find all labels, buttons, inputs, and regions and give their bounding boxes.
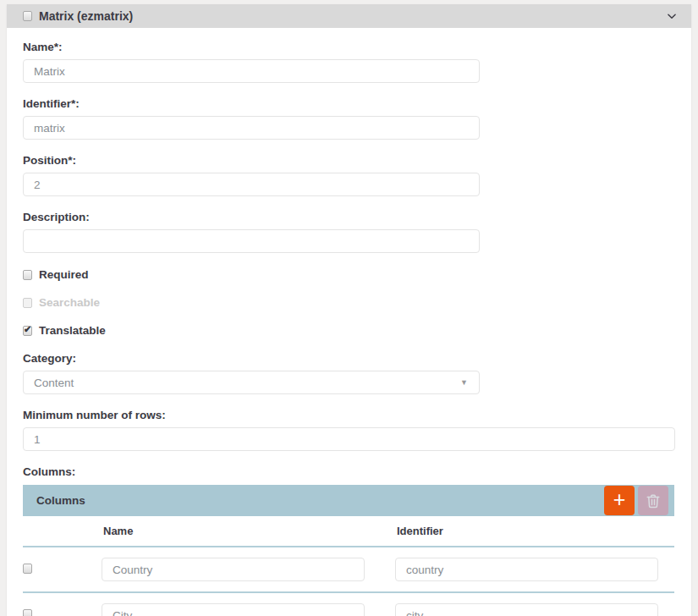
columns-section: Columns: Columns + xyxy=(23,465,675,616)
min-rows-field-group: Minimum number of rows: xyxy=(23,409,675,451)
description-label: Description: xyxy=(23,211,675,223)
position-label: Position*: xyxy=(23,154,675,167)
name-field-group: Name*: xyxy=(23,41,675,83)
translatable-label: Translatable xyxy=(39,324,106,337)
searchable-checkbox-group: Searchable xyxy=(23,296,675,309)
column-name-input[interactable] xyxy=(102,558,365,581)
table-row xyxy=(23,547,674,592)
position-input[interactable] xyxy=(23,173,480,196)
row-select-checkbox[interactable] xyxy=(23,609,32,616)
select-dropdown-arrow-icon: ▼ xyxy=(460,378,468,387)
identifier-input[interactable] xyxy=(23,116,480,140)
columns-table-header-bar: Columns + xyxy=(23,485,674,516)
field-definition-title: Matrix (ezmatrix) xyxy=(39,9,133,23)
searchable-label: Searchable xyxy=(39,296,100,309)
checkbox-column-header xyxy=(23,516,102,547)
column-name-input[interactable] xyxy=(102,603,365,616)
name-column-header: Name xyxy=(102,516,395,547)
columns-table-header-row: Name Identifier xyxy=(23,516,674,547)
field-select-checkbox[interactable] xyxy=(23,11,32,21)
identifier-field-group: Identifier*: xyxy=(23,97,675,140)
columns-label: Columns: xyxy=(23,465,675,478)
translatable-checkbox[interactable] xyxy=(23,326,32,336)
category-selected-value: Content xyxy=(34,377,74,389)
delete-column-button[interactable] xyxy=(638,486,668,515)
identifier-label: Identifier*: xyxy=(23,97,675,110)
category-select[interactable]: Content ▼ xyxy=(23,371,480,394)
column-identifier-input[interactable] xyxy=(395,558,658,581)
name-input[interactable] xyxy=(23,59,480,83)
identifier-column-header: Identifier xyxy=(395,516,674,547)
required-checkbox[interactable] xyxy=(23,270,32,280)
field-definition-body: Name*: Identifier*: Position*: Descripti… xyxy=(7,28,691,616)
field-definition-card: Matrix (ezmatrix) Name*: Identifier*: Po… xyxy=(7,4,691,616)
min-rows-label: Minimum number of rows: xyxy=(23,409,675,421)
column-identifier-input[interactable] xyxy=(395,603,658,616)
row-select-checkbox[interactable] xyxy=(23,564,32,574)
category-label: Category: xyxy=(23,352,675,365)
columns-table-title: Columns xyxy=(36,494,85,507)
description-input[interactable] xyxy=(23,229,480,253)
translatable-checkbox-group[interactable]: Translatable xyxy=(23,324,675,337)
name-label: Name*: xyxy=(23,41,675,53)
chevron-down-icon xyxy=(666,10,678,22)
position-field-group: Position*: xyxy=(23,154,675,196)
columns-table: Name Identifier xyxy=(23,516,674,616)
trash-icon xyxy=(646,492,661,509)
field-definition-header[interactable]: Matrix (ezmatrix) xyxy=(7,4,691,28)
collapse-toggle[interactable] xyxy=(666,10,678,22)
add-column-button[interactable]: + xyxy=(604,486,635,515)
plus-icon: + xyxy=(613,489,626,510)
searchable-checkbox xyxy=(23,298,32,308)
description-field-group: Description: xyxy=(23,211,675,253)
columns-actions: + xyxy=(604,486,674,515)
required-label: Required xyxy=(39,268,89,281)
min-rows-input[interactable] xyxy=(23,427,675,451)
table-row xyxy=(23,592,674,616)
category-field-group: Category: Content ▼ xyxy=(23,352,675,394)
required-checkbox-group[interactable]: Required xyxy=(23,268,675,281)
